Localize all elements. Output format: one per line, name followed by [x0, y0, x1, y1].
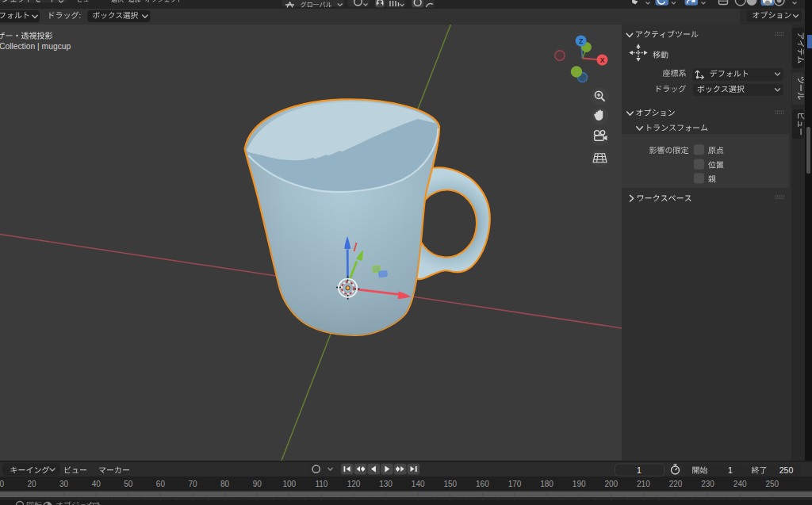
svg-text:130: 130 — [379, 480, 393, 488]
svg-text:240: 240 — [733, 480, 747, 488]
svg-text:90: 90 — [253, 480, 262, 488]
svg-text:110: 110 — [315, 480, 327, 488]
svg-text:50: 50 — [124, 480, 133, 488]
svg-text:210: 210 — [637, 480, 650, 488]
svg-text:140: 140 — [412, 480, 425, 488]
svg-text:60: 60 — [156, 480, 166, 488]
svg-text:70: 70 — [188, 480, 197, 488]
svg-text:100: 100 — [282, 480, 296, 488]
svg-text:250: 250 — [779, 465, 794, 475]
svg-text:80: 80 — [220, 480, 230, 488]
svg-text:20: 20 — [27, 480, 36, 488]
svg-text:X: X — [600, 56, 605, 64]
svg-text:Collection | mugcup: Collection | mugcup — [0, 42, 71, 51]
svg-text:120: 120 — [347, 480, 361, 488]
svg-text:Z: Z — [579, 37, 583, 45]
svg-text:170: 170 — [508, 480, 522, 488]
svg-text:200: 200 — [604, 480, 618, 488]
svg-text:150: 150 — [443, 480, 457, 488]
svg-text:160: 160 — [476, 480, 489, 488]
svg-text:190: 190 — [573, 480, 586, 488]
svg-text:30: 30 — [59, 480, 69, 488]
svg-text:1: 1 — [637, 465, 642, 475]
svg-text:220: 220 — [669, 480, 683, 488]
svg-text:250: 250 — [765, 480, 779, 488]
svg-text:180: 180 — [540, 480, 553, 488]
svg-text:1: 1 — [728, 465, 733, 475]
svg-text:230: 230 — [701, 480, 714, 488]
svg-text:10: 10 — [0, 480, 4, 488]
svg-text:40: 40 — [92, 480, 102, 488]
